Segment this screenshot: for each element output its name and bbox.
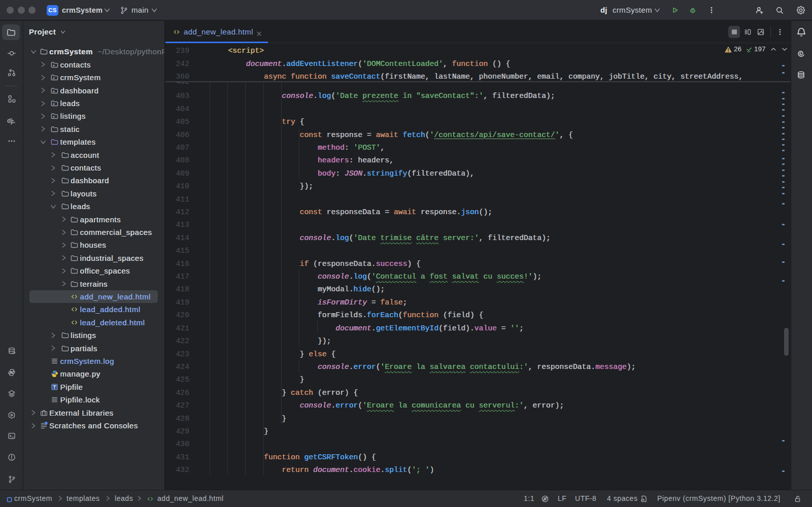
svg-text:dj: dj bbox=[7, 117, 13, 124]
